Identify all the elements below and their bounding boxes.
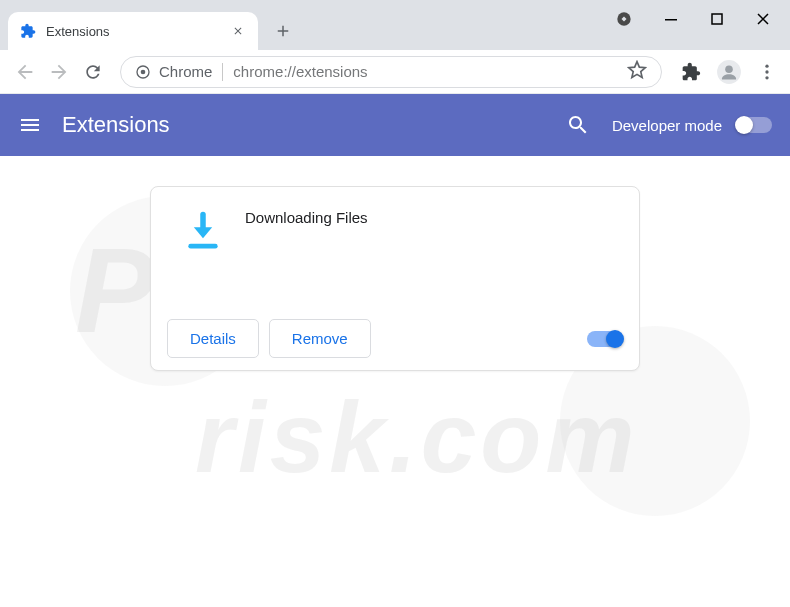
title-bar: Extensions: [0, 0, 790, 50]
browser-toolbar: Chrome chrome://extensions: [0, 50, 790, 94]
developer-mode-label: Developer mode: [612, 117, 722, 134]
bookmark-star-icon[interactable]: [627, 60, 647, 84]
puzzle-icon: [20, 23, 36, 39]
svg-text:risk.com: risk.com: [195, 381, 638, 493]
profile-avatar-icon[interactable]: [714, 57, 744, 87]
window-controls: [614, 0, 790, 38]
maximize-button[interactable]: [694, 0, 740, 38]
page-title: Extensions: [62, 112, 170, 138]
close-tab-button[interactable]: [230, 23, 246, 39]
hamburger-menu-icon[interactable]: [18, 113, 42, 137]
download-icon: [181, 209, 225, 253]
svg-rect-3: [712, 14, 722, 24]
new-tab-button[interactable]: [268, 16, 298, 46]
browser-tab[interactable]: Extensions: [8, 12, 258, 50]
svg-point-8: [765, 64, 768, 67]
svg-point-7: [725, 65, 733, 73]
back-button[interactable]: [8, 55, 42, 89]
reload-button[interactable]: [76, 55, 110, 89]
svg-point-9: [765, 70, 768, 73]
extensions-header: Extensions Developer mode: [0, 94, 790, 156]
content-area: PC risk.com Downloading Files Details Re…: [0, 156, 790, 607]
kebab-menu-icon[interactable]: [752, 57, 782, 87]
toolbar-icons: [672, 57, 782, 87]
forward-button[interactable]: [42, 55, 76, 89]
search-icon[interactable]: [566, 113, 590, 137]
address-bar[interactable]: Chrome chrome://extensions: [120, 56, 662, 88]
svg-point-5: [141, 69, 146, 74]
close-window-button[interactable]: [740, 0, 786, 38]
shield-icon[interactable]: [614, 9, 634, 29]
minimize-button[interactable]: [648, 0, 694, 38]
details-button[interactable]: Details: [167, 319, 259, 358]
url-text: chrome://extensions: [233, 63, 367, 80]
card-actions: Details Remove: [151, 307, 639, 370]
divider: [222, 63, 223, 81]
svg-rect-2: [665, 19, 677, 21]
svg-point-10: [765, 76, 768, 79]
card-body: Downloading Files: [151, 187, 639, 307]
site-chip: Chrome: [135, 63, 212, 80]
toggle-knob: [735, 116, 753, 134]
extension-card: Downloading Files Details Remove: [150, 186, 640, 371]
extension-enable-toggle[interactable]: [587, 331, 623, 347]
extension-name: Downloading Files: [245, 209, 368, 226]
svg-rect-13: [188, 244, 217, 249]
site-chip-label: Chrome: [159, 63, 212, 80]
remove-button[interactable]: Remove: [269, 319, 371, 358]
extensions-icon[interactable]: [676, 57, 706, 87]
tab-title: Extensions: [46, 24, 230, 39]
developer-mode-toggle[interactable]: [736, 117, 772, 133]
toggle-knob: [606, 330, 624, 348]
card-text: Downloading Files: [245, 209, 368, 285]
